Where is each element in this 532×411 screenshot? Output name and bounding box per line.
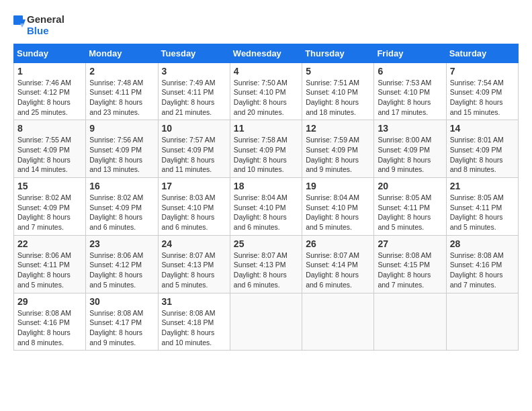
day-info: Sunset: 4:13 PM [162,260,226,270]
calendar-cell: 11Sunrise: 7:58 AMSunset: 4:09 PMDayligh… [230,120,302,178]
calendar-cell: 3Sunrise: 7:49 AMSunset: 4:11 PMDaylight… [158,62,230,120]
day-info: Daylight: 8 hours and 9 minutes. [306,155,370,175]
day-info: Sunrise: 7:57 AM [162,135,226,145]
calendar-table: SundayMondayTuesdayWednesdayThursdayFrid… [13,44,519,351]
day-info: Sunrise: 7:46 AM [17,78,82,88]
calendar-cell: 21Sunrise: 8:05 AMSunset: 4:11 PMDayligh… [446,178,518,236]
day-info: Sunrise: 7:56 AM [89,135,154,145]
day-info: Sunrise: 7:49 AM [162,78,226,88]
day-info: Sunrise: 8:06 AM [17,250,82,261]
col-header-tuesday: Tuesday [158,44,230,62]
day-info: Sunset: 4:09 PM [450,87,515,97]
week-row-3: 15Sunrise: 8:02 AMSunset: 4:09 PMDayligh… [14,178,519,236]
day-info: Sunrise: 8:08 AM [17,308,82,318]
calendar-cell [230,293,302,351]
day-info: Sunset: 4:12 PM [89,260,154,270]
day-info: Sunrise: 7:54 AM [450,78,515,88]
day-info: Sunrise: 7:48 AM [89,78,154,88]
day-info: Daylight: 8 hours and 25 minutes. [17,97,82,117]
col-header-thursday: Thursday [302,44,374,62]
day-info: Sunset: 4:12 PM [17,87,82,97]
day-info: Sunset: 4:09 PM [17,145,82,155]
day-info: Sunrise: 8:01 AM [450,135,515,145]
day-number: 14 [450,123,515,134]
day-number: 18 [234,181,298,191]
day-info: Sunrise: 8:02 AM [89,193,154,203]
calendar-cell: 4Sunrise: 7:50 AMSunset: 4:10 PMDaylight… [230,62,302,120]
calendar-cell: 2Sunrise: 7:48 AMSunset: 4:11 PMDaylight… [86,62,158,120]
day-number: 10 [162,123,226,134]
day-info: Sunset: 4:14 PM [306,260,370,270]
day-info: Sunrise: 7:59 AM [306,135,370,145]
day-info: Daylight: 8 hours and 15 minutes. [450,97,515,117]
calendar-cell: 19Sunrise: 8:04 AMSunset: 4:10 PMDayligh… [302,178,374,236]
day-number: 21 [450,181,515,191]
day-info: Sunrise: 8:08 AM [450,250,515,261]
calendar-cell: 27Sunrise: 8:08 AMSunset: 4:15 PMDayligh… [374,235,446,293]
day-info: Sunset: 4:09 PM [306,145,370,155]
day-info: Sunrise: 8:05 AM [378,193,442,203]
day-number: 25 [234,238,298,249]
day-info: Sunset: 4:09 PM [89,203,154,213]
day-info: Daylight: 8 hours and 6 minutes. [234,212,298,232]
day-info: Sunset: 4:11 PM [17,260,82,270]
day-info: Sunrise: 8:07 AM [162,250,226,261]
day-info: Sunset: 4:10 PM [306,87,370,97]
day-number: 24 [162,238,226,249]
calendar-cell: 20Sunrise: 8:05 AMSunset: 4:11 PMDayligh… [374,178,446,236]
day-number: 16 [89,181,154,191]
day-info: Daylight: 8 hours and 5 minutes. [378,212,442,232]
day-info: Sunrise: 8:02 AM [17,193,82,203]
day-info: Sunset: 4:10 PM [378,87,442,97]
day-info: Daylight: 8 hours and 5 minutes. [89,270,154,289]
calendar-cell: 23Sunrise: 8:06 AMSunset: 4:12 PMDayligh… [86,235,158,293]
day-info: Sunset: 4:10 PM [234,203,298,213]
day-info: Sunset: 4:09 PM [17,203,82,213]
day-number: 12 [306,123,370,134]
day-number: 4 [234,66,298,77]
calendar-cell: 24Sunrise: 8:07 AMSunset: 4:13 PMDayligh… [158,235,230,293]
day-info: Sunset: 4:16 PM [17,318,82,328]
week-row-1: 1Sunrise: 7:46 AMSunset: 4:12 PMDaylight… [14,62,519,120]
day-info: Daylight: 8 hours and 11 minutes. [162,155,226,175]
day-number: 23 [89,238,154,249]
day-info: Sunrise: 8:04 AM [234,193,298,203]
day-number: 26 [306,238,370,249]
day-number: 27 [378,238,442,249]
day-number: 9 [89,123,154,134]
day-info: Sunrise: 7:50 AM [234,78,298,88]
day-info: Sunset: 4:18 PM [162,318,226,328]
day-info: Sunset: 4:10 PM [234,87,298,97]
svg-marker-2 [20,24,24,28]
day-info: Sunset: 4:09 PM [234,145,298,155]
logo: General Blue [13,13,64,37]
day-info: Daylight: 8 hours and 14 minutes. [17,155,82,175]
day-info: Daylight: 8 hours and 8 minutes. [17,328,82,347]
day-number: 22 [17,238,82,249]
calendar-cell: 14Sunrise: 8:01 AMSunset: 4:09 PMDayligh… [446,120,518,178]
day-info: Daylight: 8 hours and 7 minutes. [17,212,82,232]
week-row-2: 8Sunrise: 7:55 AMSunset: 4:09 PMDaylight… [14,120,519,178]
logo-svg [13,15,26,34]
day-info: Sunrise: 7:55 AM [17,135,82,145]
header-row: SundayMondayTuesdayWednesdayThursdayFrid… [14,44,519,62]
day-info: Sunrise: 8:06 AM [89,250,154,261]
day-number: 31 [162,296,226,307]
calendar-cell: 7Sunrise: 7:54 AMSunset: 4:09 PMDaylight… [446,62,518,120]
day-info: Daylight: 8 hours and 6 minutes. [162,212,226,232]
day-info: Daylight: 8 hours and 21 minutes. [162,97,226,117]
day-info: Sunrise: 8:08 AM [89,308,154,318]
day-info: Sunrise: 7:53 AM [378,78,442,88]
col-header-saturday: Saturday [446,44,518,62]
logo-shape [13,15,26,34]
day-info: Daylight: 8 hours and 6 minutes. [306,270,370,289]
calendar-cell: 29Sunrise: 8:08 AMSunset: 4:16 PMDayligh… [14,293,86,351]
calendar-cell: 12Sunrise: 7:59 AMSunset: 4:09 PMDayligh… [302,120,374,178]
calendar-cell [374,293,446,351]
calendar-cell: 15Sunrise: 8:02 AMSunset: 4:09 PMDayligh… [14,178,86,236]
day-number: 5 [306,66,370,77]
day-info: Daylight: 8 hours and 23 minutes. [89,97,154,117]
day-info: Sunrise: 8:07 AM [234,250,298,261]
day-number: 11 [234,123,298,134]
day-info: Daylight: 8 hours and 9 minutes. [89,328,154,347]
